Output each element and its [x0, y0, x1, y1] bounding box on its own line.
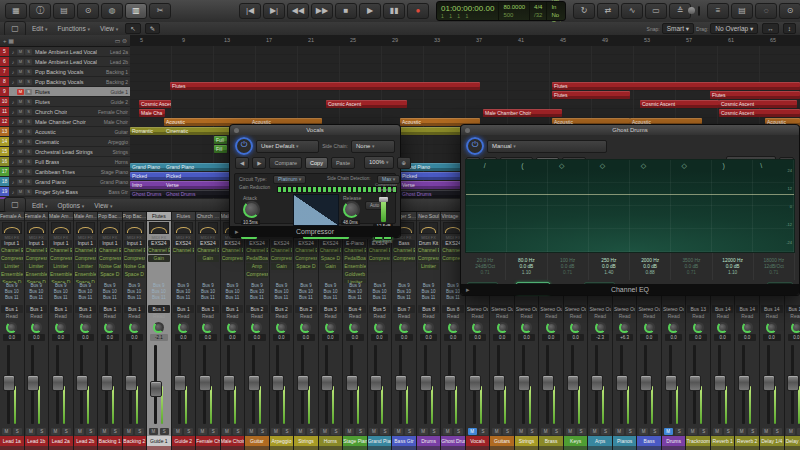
strip-automation-mode[interactable]: Read: [490, 313, 514, 320]
send-slot[interactable]: Bus 11: [123, 295, 147, 301]
send-slot[interactable]: Bus 11: [25, 295, 49, 301]
strip-fader[interactable]: [662, 343, 686, 426]
pan-knob[interactable]: [153, 322, 164, 333]
strip-eq-thumbnail[interactable]: [174, 222, 194, 234]
mute-button[interactable]: M: [17, 179, 24, 185]
arrange-region[interactable]: Flutes: [170, 82, 480, 90]
fader-thumb[interactable]: [665, 375, 677, 391]
audio-fx-slot[interactable]: Channel EQ: [344, 247, 366, 254]
solo-button[interactable]: S: [25, 169, 32, 175]
strip-mute-button[interactable]: M: [222, 428, 231, 435]
arrange-region[interactable]: Cosmic Ascent: [719, 109, 800, 117]
audio-fx-slot[interactable]: Compressor: [75, 255, 97, 262]
rewind-button[interactable]: ◀◀: [287, 3, 309, 19]
strip-fader[interactable]: [294, 343, 318, 426]
eq-power-button[interactable]: ⏻: [466, 137, 484, 155]
track-header-row[interactable]: 13♪MSAcousticGuitar: [0, 127, 130, 137]
strip-output-slot[interactable]: Stereo Out: [589, 305, 611, 313]
audio-fx-slot[interactable]: Limiter: [50, 263, 72, 270]
audio-fx-slot[interactable]: Channel EQ: [418, 247, 440, 254]
strip-output-slot[interactable]: Bus 7: [393, 305, 415, 313]
track-header-row[interactable]: 17♪MSCaribbean TinesStage Piano: [0, 167, 130, 177]
pan-knob[interactable]: [717, 322, 728, 333]
strip-mute-button[interactable]: M: [320, 428, 329, 435]
strip-fader[interactable]: [172, 343, 196, 426]
track-header-row[interactable]: 7♪MSPop Backing VocalsBacking 1: [0, 67, 130, 77]
h-zoom-icon[interactable]: ↔: [762, 23, 779, 34]
audio-fx-slot[interactable]: Ensemble: [26, 271, 48, 278]
pan-knob[interactable]: [766, 322, 777, 333]
audio-fx-slot[interactable]: Limiter: [26, 263, 48, 270]
strip-eq-thumbnail[interactable]: [198, 222, 218, 234]
strip-automation-mode[interactable]: Read: [613, 313, 637, 320]
track-header-row[interactable]: 12♪MSMale Chamber ChoirMale Choir: [0, 117, 130, 127]
strip-fader[interactable]: [123, 343, 147, 426]
strip-output-slot[interactable]: Bus 2: [246, 305, 268, 313]
track-header-row[interactable]: 14♪MSCinematicArpeggio: [0, 137, 130, 147]
arrange-region[interactable]: Cosmic Ascent: [719, 100, 797, 108]
pan-knob[interactable]: [619, 322, 630, 333]
fader-thumb[interactable]: [420, 375, 432, 391]
eq-window-header[interactable]: Ghost Drums: [461, 125, 799, 135]
eq-preset-select[interactable]: Manual ▾: [487, 140, 607, 153]
strip-eq-thumbnail[interactable]: [2, 222, 22, 234]
fader-thumb[interactable]: [518, 375, 530, 391]
strip-send-slots[interactable]: Bus 9Bus 10Bus 11: [343, 283, 367, 305]
track-header-row[interactable]: 16♪MSFull BrassHorns: [0, 157, 130, 167]
strip-automation-mode[interactable]: Read: [711, 313, 735, 320]
strip-mute-button[interactable]: M: [271, 428, 280, 435]
strip-eq-thumbnail[interactable]: [51, 222, 71, 234]
pan-knob[interactable]: [374, 322, 385, 333]
send-slot[interactable]: Bus 11: [49, 295, 73, 301]
strip-automation-mode[interactable]: Read: [221, 313, 245, 320]
arrange-region[interactable]: Flutes: [552, 91, 630, 99]
strip-mute-button[interactable]: M: [345, 428, 354, 435]
audio-fx-slot[interactable]: Channel EQ: [271, 247, 293, 254]
mixer-channel-strip[interactable]: Male Am…MIDI FXInput 1Channel EQCompress…: [74, 212, 99, 450]
audio-fx-slot[interactable]: PedalBoard: [246, 255, 268, 262]
add-track-icon[interactable]: + ▦: [3, 37, 14, 44]
strip-fader[interactable]: [711, 343, 735, 426]
arrange-region[interactable]: Cosmic Ascent: [640, 100, 719, 108]
strip-solo-button[interactable]: S: [86, 428, 95, 435]
arrange-region[interactable]: Flutes: [710, 91, 800, 99]
audio-fx-slot[interactable]: Channel EQ: [246, 247, 268, 254]
mute-button[interactable]: M: [17, 129, 24, 135]
strip-solo-button[interactable]: S: [650, 428, 659, 435]
arrange-region[interactable]: Romantic: [130, 127, 165, 135]
fader-thumb[interactable]: [27, 375, 39, 391]
fader-thumb[interactable]: [125, 375, 137, 391]
strip-automation-mode[interactable]: Read: [49, 313, 73, 320]
strip-fader[interactable]: [147, 343, 171, 426]
audio-fx-slot[interactable]: Channel EQ: [222, 247, 244, 254]
strip-output-slot[interactable]: Stereo Out: [663, 305, 685, 313]
send-slot[interactable]: Bus 11: [270, 295, 294, 301]
mute-button[interactable]: M: [17, 149, 24, 155]
strip-solo-button[interactable]: S: [209, 428, 218, 435]
strip-input-slot[interactable]: Bass: [393, 240, 415, 247]
strip-audio-fx-slots[interactable]: Channel EQPedalBoardAmpCompressor: [245, 247, 269, 283]
fader-thumb[interactable]: [763, 375, 775, 391]
strip-fader[interactable]: [490, 343, 514, 426]
fader-thumb[interactable]: [738, 375, 750, 391]
strip-audio-fx-slots[interactable]: Channel EQCompressorSpace D: [294, 247, 318, 283]
track-header-row[interactable]: 6♪MSMale Ambient Lead VocalLead 2b: [0, 57, 130, 67]
strip-mute-button[interactable]: M: [26, 428, 35, 435]
strip-output-slot[interactable]: Bus 1: [75, 305, 97, 313]
stop-button[interactable]: ■: [335, 3, 357, 19]
pan-knob[interactable]: [300, 322, 311, 333]
record-button[interactable]: ●: [407, 3, 429, 19]
strip-send-slots[interactable]: Bus 9Bus 10Bus 11: [172, 283, 196, 305]
v-zoom-icon[interactable]: ↕: [783, 23, 796, 34]
fader-thumb[interactable]: [616, 375, 628, 391]
forward-button[interactable]: ▶▶: [311, 3, 333, 19]
send-slot[interactable]: Bus 11: [245, 295, 269, 301]
strip-audio-fx-slots[interactable]: Channel EQSpace DGain: [319, 247, 343, 283]
audio-fx-slot[interactable]: Compressor: [246, 271, 268, 278]
strip-output-slot[interactable]: Bus 5: [369, 305, 391, 313]
mixer-channel-strip[interactable]: Female A…MIDI FXInput 1Channel EQCompres…: [0, 212, 25, 450]
compressor-plugin-window[interactable]: Vocals ⏻ User Default ▾ Side Chain: None…: [229, 124, 401, 238]
disclosure-icon[interactable]: ▸: [466, 284, 470, 295]
audio-fx-slot[interactable]: Gain: [148, 255, 170, 262]
strip-mute-button[interactable]: M: [443, 428, 452, 435]
